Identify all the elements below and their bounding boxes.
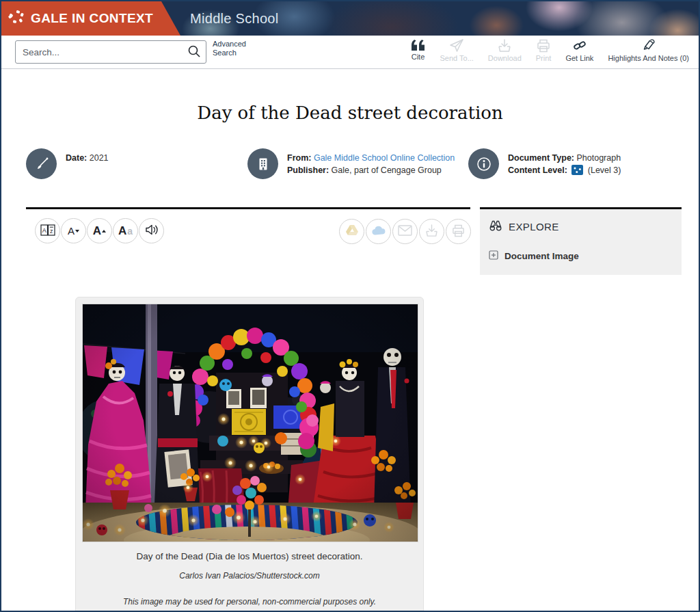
- advanced-search-link[interactable]: Advanced Search: [213, 40, 250, 57]
- photo-credit: Carlos Ivan Palacios/Shutterstock.com: [88, 571, 412, 581]
- highlights-notes-button[interactable]: Highlights And Notes (0): [608, 39, 689, 62]
- brand-title: GALE IN CONTEXT: [31, 11, 153, 26]
- print-doc-button[interactable]: [446, 219, 471, 244]
- search-icon: [187, 44, 201, 60]
- link-icon: [572, 39, 587, 53]
- from-label: From:: [287, 153, 311, 163]
- action-bar: Cite Send To... Download: [411, 39, 689, 62]
- from-collection-link[interactable]: Gale Middle School Online Collection: [314, 153, 455, 163]
- download-icon: [425, 224, 438, 239]
- plus-square-icon: [489, 250, 498, 262]
- google-drive-icon: [345, 224, 359, 239]
- translate-button[interactable]: A z: [35, 218, 60, 243]
- onedrive-icon: [371, 226, 386, 238]
- document-figure: Day of the Dead (Dia de los Muertos) str…: [75, 297, 424, 612]
- doc-type-value: Photograph: [576, 153, 621, 163]
- get-link-button[interactable]: Get Link: [565, 39, 593, 62]
- caret-down-icon: [75, 230, 79, 232]
- cite-button[interactable]: Cite: [411, 39, 426, 62]
- email-button[interactable]: [392, 219, 418, 244]
- content-divider: [26, 207, 470, 209]
- print-icon: [537, 39, 550, 53]
- display-options-button[interactable]: Aa: [113, 218, 138, 243]
- send-icon: [450, 39, 464, 53]
- doc-type-label: Document Type:: [508, 153, 574, 163]
- quote-icon: [411, 39, 426, 51]
- search-box: [15, 40, 206, 64]
- meta-source: From: Gale Middle School Online Collecti…: [247, 148, 455, 179]
- paintbrush-icon: [26, 148, 57, 179]
- content-level-label: Content Level:: [508, 165, 567, 175]
- highlighter-icon: [641, 39, 656, 53]
- date-value: 2021: [90, 153, 109, 163]
- brand-band: GALE IN CONTEXT: [1, 1, 180, 36]
- increase-font-button[interactable]: A: [87, 218, 112, 243]
- translate-icon: A z: [40, 224, 55, 238]
- content-level-icon: [571, 165, 583, 178]
- explore-panel: EXPLORE Document Image: [480, 209, 682, 275]
- content-level-value: (Level 3): [588, 165, 621, 175]
- toolbar: Advanced Search Cite Send To...: [1, 36, 699, 69]
- page-title: Day of the Dead street decoration: [1, 103, 699, 123]
- share-tools: [339, 219, 471, 244]
- svg-text:A: A: [42, 227, 46, 234]
- svg-text:z: z: [50, 227, 53, 234]
- meta-date: Date: 2021: [26, 148, 109, 179]
- document-photo[interactable]: [82, 304, 418, 542]
- listen-button[interactable]: [139, 218, 164, 243]
- caret-up-icon: [102, 230, 106, 232]
- info-icon: [468, 148, 499, 179]
- publisher-label: Publisher:: [287, 165, 329, 175]
- print-button: Print: [536, 39, 552, 62]
- email-icon: [398, 225, 412, 238]
- search-input[interactable]: [16, 47, 183, 57]
- explore-heading: EXPLORE: [480, 209, 682, 233]
- date-label: Date:: [66, 153, 87, 163]
- publisher-value: Gale, part of Cengage Group: [332, 165, 442, 175]
- onedrive-button[interactable]: [366, 219, 391, 244]
- send-to-button: Send To...: [440, 39, 474, 62]
- photo-caption: Day of the Dead (Dia de los Muertos) str…: [88, 551, 412, 561]
- print-icon: [452, 224, 465, 239]
- building-icon: [247, 148, 278, 179]
- product-title: Middle School: [190, 1, 279, 36]
- reader-tools: A z A A Aa: [35, 218, 164, 243]
- decrease-font-button[interactable]: A: [61, 218, 86, 243]
- search-button[interactable]: [183, 41, 206, 63]
- gale-logo-icon: [8, 9, 25, 28]
- download-icon: [498, 39, 511, 53]
- binoculars-icon: [489, 219, 502, 233]
- gale-document-page: GALE IN CONTEXT Middle School Advanced S…: [0, 0, 700, 612]
- meta-info: Document Type: Photograph Content Level:…: [468, 148, 621, 179]
- download-button: Download: [488, 39, 522, 62]
- header-photo-banner: GALE IN CONTEXT Middle School: [1, 1, 699, 36]
- google-drive-button[interactable]: [339, 219, 364, 244]
- explore-item-document-image[interactable]: Document Image: [489, 250, 682, 262]
- speaker-icon: [145, 224, 159, 238]
- photo-usage-note: This image may be used for personal, non…: [88, 597, 412, 612]
- download-doc-button[interactable]: [419, 219, 444, 244]
